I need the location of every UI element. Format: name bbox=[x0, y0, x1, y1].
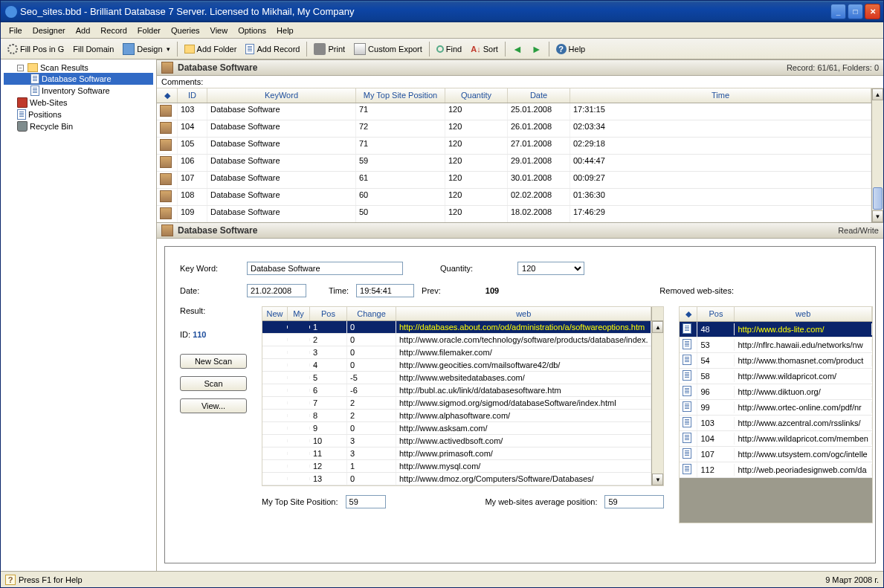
new-scan-button[interactable]: New Scan bbox=[180, 354, 247, 369]
keyword-input[interactable] bbox=[247, 262, 403, 275]
menu-file[interactable]: File bbox=[4, 25, 28, 36]
grid-body[interactable]: 103Database Software7112025.01.200817:31… bbox=[157, 103, 871, 222]
table-row[interactable]: 103http://www.azcentral.com/rsslinks/ bbox=[680, 416, 871, 431]
table-row[interactable]: 82http://www.alphasoftware.com/ bbox=[262, 410, 651, 422]
scroll-up-button[interactable]: ▲ bbox=[872, 88, 883, 100]
table-row[interactable]: 72http://www.sigmod.org/sigmod/databaseS… bbox=[262, 397, 651, 410]
design-button[interactable]: Design bbox=[119, 41, 173, 57]
page-icon bbox=[683, 370, 691, 381]
grid-body[interactable]: 48http://www.dds-lite.com/53http://nflrc… bbox=[680, 322, 871, 478]
col-marker[interactable]: ◆ bbox=[157, 88, 178, 103]
menu-record[interactable]: Record bbox=[95, 25, 132, 36]
grid-body[interactable]: 10http://databases.about.com/od/administ… bbox=[262, 321, 651, 485]
table-row[interactable]: 48http://www.dds-lite.com/ bbox=[680, 322, 871, 337]
table-row[interactable]: 10http://databases.about.com/od/administ… bbox=[262, 321, 651, 334]
minimize-button[interactable]: _ bbox=[830, 4, 846, 19]
scroll-down-button[interactable]: ▼ bbox=[872, 210, 883, 222]
fill-pos-button[interactable]: Fill Pos in G bbox=[4, 42, 68, 56]
book-icon bbox=[17, 97, 28, 108]
table-row[interactable]: 107http://www.utsystem.com/ogc/intelle bbox=[680, 447, 871, 462]
col-web[interactable]: web bbox=[396, 307, 651, 320]
toolbar-separator bbox=[429, 42, 430, 56]
col-time[interactable]: Time bbox=[570, 88, 871, 103]
col-marker[interactable]: ◆ bbox=[680, 307, 697, 321]
table-row[interactable]: 20http://www.oracle.com/technology/softw… bbox=[262, 334, 651, 346]
table-row[interactable]: 112http://web.peoriadesignweb.com/da bbox=[680, 462, 871, 478]
scrollbar-vertical[interactable]: ▲ ▼ bbox=[871, 88, 883, 222]
tree-web-sites[interactable]: Web-Sites bbox=[4, 97, 153, 109]
table-row[interactable]: 6-6http://bubl.ac.uk/link/d/databasesoft… bbox=[262, 384, 651, 397]
sort-button[interactable]: A↓Sort bbox=[467, 42, 502, 56]
table-row[interactable]: 103http://www.activedbsoft.com/ bbox=[262, 435, 651, 448]
custom-export-button[interactable]: Custom Export bbox=[350, 41, 426, 57]
record-icon bbox=[160, 173, 172, 185]
table-row[interactable]: 53http://nflrc.hawaii.edu/networks/nw bbox=[680, 337, 871, 353]
col-pos[interactable]: Pos bbox=[697, 307, 735, 321]
table-row[interactable]: 96http://www.diktuon.org/ bbox=[680, 384, 871, 400]
time-input[interactable] bbox=[356, 284, 414, 297]
tree-scan-results[interactable]: − Scan Results bbox=[4, 62, 153, 73]
view-button[interactable]: View... bbox=[180, 398, 247, 413]
scan-button[interactable]: Scan bbox=[180, 376, 247, 391]
table-row[interactable]: 108Database Software6012002.02.200801:36… bbox=[157, 189, 871, 206]
menu-designer[interactable]: Designer bbox=[28, 25, 71, 36]
print-button[interactable]: Print bbox=[310, 41, 349, 57]
table-row[interactable]: 121http://www.mysql.com/ bbox=[262, 460, 651, 473]
table-row[interactable]: 103Database Software7112025.01.200817:31… bbox=[157, 103, 871, 120]
menu-add[interactable]: Add bbox=[71, 25, 96, 36]
scroll-up-button[interactable]: ▲ bbox=[652, 321, 663, 333]
menu-view[interactable]: View bbox=[205, 25, 233, 36]
nav-back-button[interactable]: ◄ bbox=[509, 41, 526, 57]
table-row[interactable]: 104Database Software7212026.01.200802:03… bbox=[157, 120, 871, 138]
table-row[interactable]: 106Database Software5912029.01.200800:44… bbox=[157, 155, 871, 172]
col-date[interactable]: Date bbox=[508, 88, 570, 103]
scrollbar-vertical[interactable]: ▲ ▼ bbox=[651, 321, 663, 485]
table-row[interactable]: 109Database Software5012018.02.200817:46… bbox=[157, 206, 871, 222]
collapse-icon[interactable]: − bbox=[17, 65, 24, 71]
table-row[interactable]: 130http://www.dmoz.org/Computers/Softwar… bbox=[262, 473, 651, 485]
add-record-button[interactable]: Add Record bbox=[242, 42, 303, 56]
quantity-select[interactable]: 120 bbox=[517, 262, 584, 275]
menu-options[interactable]: Options bbox=[233, 25, 271, 36]
add-folder-button[interactable]: Add Folder bbox=[181, 42, 241, 56]
col-web[interactable]: web bbox=[735, 307, 871, 321]
fill-domain-button[interactable]: Fill Domain bbox=[69, 42, 117, 56]
table-row[interactable]: 40http://www.geocities.com/mailsoftware4… bbox=[262, 359, 651, 372]
scroll-down-button[interactable]: ▼ bbox=[652, 474, 663, 485]
table-row[interactable]: 30http://www.filemaker.com/ bbox=[262, 346, 651, 359]
table-row[interactable]: 113http://www.primasoft.com/ bbox=[262, 448, 651, 460]
menu-queries[interactable]: Queries bbox=[166, 25, 205, 36]
table-row[interactable]: 105Database Software7112027.01.200802:29… bbox=[157, 138, 871, 155]
table-row[interactable]: 58http://www.wildapricot.com/ bbox=[680, 369, 871, 384]
date-input[interactable] bbox=[247, 284, 306, 297]
record-icon bbox=[161, 62, 173, 74]
avg-pos-input[interactable] bbox=[604, 495, 664, 508]
table-row[interactable]: 107Database Software6112030.01.200800:09… bbox=[157, 172, 871, 189]
col-id[interactable]: ID bbox=[178, 88, 207, 103]
col-keyword[interactable]: KeyWord bbox=[207, 88, 356, 103]
close-button[interactable]: ✕ bbox=[865, 4, 880, 19]
col-new[interactable]: New bbox=[262, 307, 288, 320]
tree-inventory-software[interactable]: Inventory Software bbox=[4, 85, 153, 97]
table-row[interactable]: 5-5http://www.websitedatabases.com/ bbox=[262, 372, 651, 384]
col-pos[interactable]: Pos bbox=[310, 307, 347, 320]
tree-recycle-bin[interactable]: Recycle Bin bbox=[4, 120, 153, 132]
col-quantity[interactable]: Quantity bbox=[445, 88, 508, 103]
tree-database-software[interactable]: Database Software bbox=[4, 73, 153, 85]
menu-folder[interactable]: Folder bbox=[132, 25, 166, 36]
col-my[interactable]: My bbox=[288, 307, 310, 320]
table-row[interactable]: 54http://www.thomasnet.com/product bbox=[680, 353, 871, 369]
top-pos-input[interactable] bbox=[346, 495, 386, 508]
help-button[interactable]: ?Help bbox=[552, 42, 590, 56]
table-row[interactable]: 90http://www.asksam.com/ bbox=[262, 422, 651, 435]
table-row[interactable]: 104http://www.wildapricot.com/memben bbox=[680, 431, 871, 447]
scroll-thumb[interactable] bbox=[873, 187, 883, 210]
nav-forward-button[interactable]: ► bbox=[528, 41, 546, 57]
col-change[interactable]: Change bbox=[347, 307, 396, 320]
maximize-button[interactable]: □ bbox=[848, 4, 863, 19]
tree-positions[interactable]: Positions bbox=[4, 109, 153, 120]
col-position[interactable]: My Top Site Position bbox=[356, 88, 445, 103]
menu-help[interactable]: Help bbox=[271, 25, 299, 36]
table-row[interactable]: 99http://www.ortec-online.com/pdf/nr bbox=[680, 400, 871, 416]
find-button[interactable]: Find bbox=[433, 42, 465, 56]
